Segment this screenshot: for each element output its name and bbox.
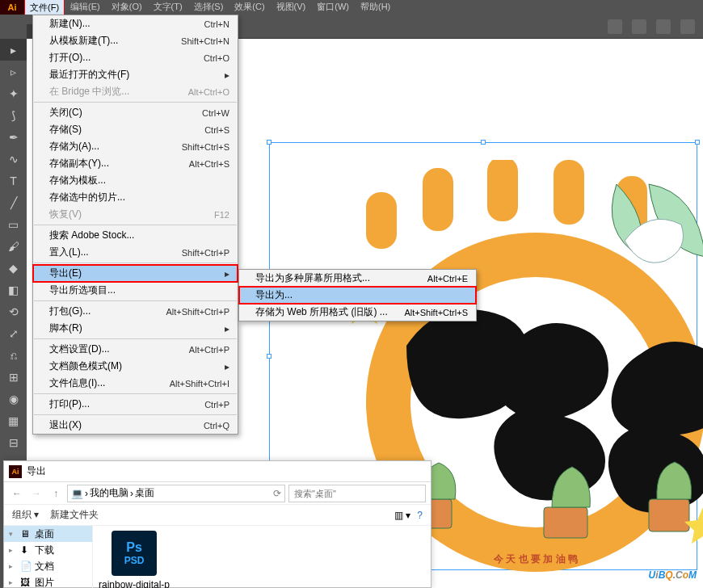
organize-button[interactable]: 组织 ▾ [12, 508, 39, 522]
refresh-icon[interactable]: ⟳ [273, 488, 281, 499]
menu-item[interactable]: 存储为(A)...Shift+Ctrl+S [33, 138, 238, 155]
submenu-item[interactable]: 导出为... [239, 287, 476, 304]
nav-back-button[interactable]: ← [9, 485, 25, 502]
lasso-tool[interactable]: ⟆ [0, 104, 27, 126]
selection-handle[interactable] [267, 140, 272, 145]
menu-item[interactable]: 脚本(R)▸ [33, 320, 238, 337]
arrange-icon[interactable] [656, 19, 671, 34]
direct-selection-tool[interactable]: ▹ [0, 61, 27, 82]
app-icon: Ai [0, 0, 24, 15]
menubar-item[interactable]: 文字(T) [148, 0, 188, 15]
free-transform-tool[interactable]: ⊞ [0, 366, 27, 388]
tree-expand-icon[interactable]: ▸ [9, 546, 17, 554]
menu-item[interactable]: 存储选中的切片... [33, 189, 238, 206]
rectangle-tool[interactable]: ▭ [0, 213, 27, 235]
menu-separator [34, 102, 237, 103]
menu-separator [34, 414, 237, 415]
tree-expand-icon[interactable]: ▸ [9, 562, 17, 570]
menu-item-label: 文档设置(D)... [49, 342, 110, 356]
line-tool[interactable]: ╱ [0, 191, 27, 213]
selection-tool[interactable]: ▸ [0, 39, 27, 61]
menu-shortcut: Shift+Ctrl+S [182, 142, 229, 152]
curvature-tool[interactable]: ∿ [0, 148, 27, 170]
menu-shortcut: Ctrl+N [204, 19, 229, 29]
menu-separator [34, 393, 237, 394]
menu-shortcut: Ctrl+W [202, 108, 229, 118]
selection-handle[interactable] [695, 140, 700, 145]
submenu-item[interactable]: 存储为 Web 所用格式 (旧版) ...Alt+Shift+Ctrl+S [239, 304, 476, 321]
tree-item-label: 文档 [35, 560, 54, 573]
eraser-tool[interactable]: ◧ [0, 279, 27, 300]
svg-rect-8 [544, 507, 587, 538]
new-folder-button[interactable]: 新建文件夹 [50, 508, 99, 522]
scale-tool[interactable]: ⤢ [0, 322, 27, 344]
menu-item[interactable]: 存储为模板... [33, 172, 238, 189]
tree-expand-icon[interactable]: ▾ [9, 530, 17, 538]
menu-item[interactable]: 导出所选项目... [33, 282, 238, 299]
menu-item[interactable]: 文件信息(I)...Alt+Shift+Ctrl+I [33, 375, 238, 392]
menu-item[interactable]: 关闭(C)Ctrl+W [33, 104, 238, 121]
magic-wand-tool[interactable]: ✦ [0, 82, 27, 104]
menu-item[interactable]: 置入(L)...Shift+Ctrl+P [33, 244, 238, 261]
menubar-item[interactable]: 视图(V) [271, 0, 312, 15]
menu-item[interactable]: 搜索 Adobe Stock... [33, 227, 238, 244]
menu-item-label: 恢复(V) [49, 208, 82, 221]
menubar-item[interactable]: 编辑(E) [65, 0, 106, 15]
nav-up-button[interactable]: ↑ [48, 485, 64, 502]
folder-tree: ▾🖥桌面▸⬇下载▸📄文档▸🖼图片▸📁6▸📁初级 [4, 526, 93, 588]
mesh-tool[interactable]: ⊟ [0, 431, 27, 453]
help-icon[interactable]: ? [417, 510, 423, 521]
width-tool[interactable]: ⎌ [0, 344, 27, 366]
menu-item[interactable]: 最近打开的文件(F)▸ [33, 66, 238, 83]
menu-item[interactable]: 打印(P)...Ctrl+P [33, 396, 238, 413]
path-root[interactable]: 我的电脑 [90, 486, 128, 500]
tree-item[interactable]: ▸⬇下载 [4, 542, 92, 558]
shape-builder-tool[interactable]: ◉ [0, 388, 27, 410]
path-current[interactable]: 桌面 [135, 486, 154, 500]
menu-item[interactable]: 存储(S)Ctrl+S [33, 121, 238, 138]
menu-item[interactable]: 新建(N)...Ctrl+N [33, 15, 238, 32]
menu-item[interactable]: 从模板新建(T)...Shift+Ctrl+N [33, 32, 238, 49]
shaper-tool[interactable]: ◆ [0, 257, 27, 279]
menubar-item[interactable]: 选择(S) [188, 0, 229, 15]
file-name-label: rainbow-digital-paper-525087 [98, 579, 170, 588]
pen-tool[interactable]: ✒ [0, 126, 27, 148]
menubar-item[interactable]: 文件(F) [24, 0, 65, 15]
menu-item-label: 在 Bridge 中浏览... [49, 85, 129, 99]
menu-item[interactable]: 打包(G)...Alt+Shift+Ctrl+P [33, 303, 238, 320]
tree-item[interactable]: ▸📄文档 [4, 558, 92, 574]
type-tool[interactable]: T [0, 170, 27, 191]
perspective-grid-tool[interactable]: ▦ [0, 410, 27, 431]
tree-item[interactable]: ▾🖥桌面 [4, 526, 92, 542]
submenu-item[interactable]: 导出为多种屏幕所用格式...Alt+Ctrl+E [239, 270, 476, 287]
menu-item[interactable]: 文档设置(D)...Alt+Ctrl+P [33, 341, 238, 358]
menu-item[interactable]: 存储副本(Y)...Alt+Ctrl+S [33, 155, 238, 172]
dialog-search-input[interactable] [288, 485, 426, 502]
rotate-tool[interactable]: ⟲ [0, 300, 27, 322]
menu-separator [34, 300, 237, 301]
menu-item[interactable]: 退出(X)Ctrl+Q [33, 417, 238, 434]
search-icon[interactable] [680, 19, 695, 34]
view-options-button[interactable]: ▥ ▾ [394, 510, 410, 521]
menu-item[interactable]: 打开(O)...Ctrl+O [33, 49, 238, 66]
menubar-item[interactable]: 窗口(W) [311, 0, 355, 15]
tree-expand-icon[interactable]: ▸ [9, 578, 17, 586]
address-bar[interactable]: 💻 › 我的电脑 › 桌面 ⟳ [67, 485, 285, 502]
menu-shortcut: Alt+Shift+Ctrl+P [166, 307, 229, 317]
nav-forward-button[interactable]: → [28, 485, 44, 502]
export-submenu: 导出为多种屏幕所用格式...Alt+Ctrl+E导出为...存储为 Web 所用… [238, 269, 477, 321]
file-pane[interactable]: Ps PSD rainbow-digital-paper-525087 [93, 526, 431, 588]
selection-handle[interactable] [267, 354, 272, 359]
selection-handle[interactable] [481, 140, 486, 145]
file-item[interactable]: Ps PSD rainbow-digital-paper-525087 [98, 531, 170, 584]
menu-item[interactable]: 文档颜色模式(M)▸ [33, 358, 238, 375]
bridge-icon[interactable] [608, 19, 622, 34]
tree-item[interactable]: ▸🖼图片 [4, 574, 92, 588]
menubar-item[interactable]: 效果(C) [229, 0, 270, 15]
stock-icon[interactable] [632, 19, 646, 34]
menu-item-label: 脚本(R) [49, 321, 82, 335]
menu-item[interactable]: 导出(E)▸ [33, 265, 238, 282]
menubar-item[interactable]: 帮助(H) [355, 0, 396, 15]
menubar-item[interactable]: 对象(O) [106, 0, 148, 15]
paintbrush-tool[interactable]: 🖌 [0, 235, 27, 257]
